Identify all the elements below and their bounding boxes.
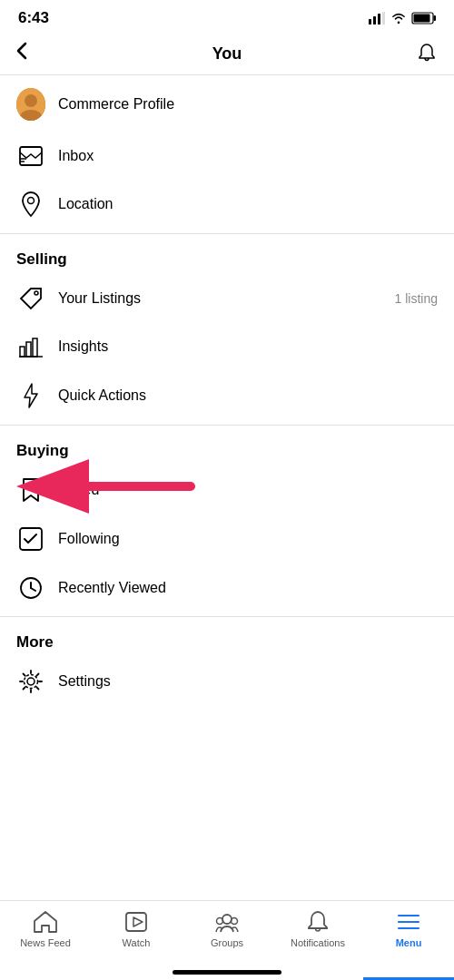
divider-2 (0, 425, 454, 426)
svg-point-11 (28, 198, 35, 204)
home-icon (34, 910, 57, 934)
buying-title: Buying (16, 442, 69, 459)
groups-icon (215, 910, 239, 934)
gear-icon (16, 670, 45, 693)
selling-menu-list: Your Listings 1 listing Insights (0, 274, 454, 421)
location-icon (16, 191, 45, 217)
svg-line-22 (31, 588, 35, 591)
home-indicator (173, 970, 281, 975)
nav-item-menu[interactable]: Menu (363, 908, 454, 948)
nav-item-news-feed[interactable]: News Feed (0, 908, 91, 948)
menu-content: Commerce Profile Inbox Loc (0, 75, 454, 706)
nav-label-groups: Groups (211, 937, 243, 948)
menu-item-saved[interactable]: Saved (0, 466, 454, 514)
status-bar: 6:43 (0, 0, 454, 33)
nav-label-watch: Watch (123, 937, 151, 948)
quick-actions-label: Quick Actions (58, 387, 438, 404)
nav-item-notifications[interactable]: Notifications (272, 908, 363, 948)
settings-label: Settings (58, 673, 438, 690)
bookmark-icon (16, 478, 45, 502)
status-icons (369, 12, 436, 24)
battery-icon (412, 12, 436, 24)
svg-rect-1 (373, 16, 376, 24)
your-listings-badge: 1 listing (395, 291, 438, 306)
following-label: Following (58, 531, 438, 547)
menu-icon (397, 910, 420, 934)
signal-icon (369, 12, 385, 24)
svg-marker-26 (133, 917, 143, 926)
divider-1 (0, 233, 454, 234)
your-listings-label: Your Listings (58, 290, 395, 307)
watch-icon (124, 910, 148, 934)
commerce-profile-label: Commerce Profile (58, 96, 438, 113)
insights-label: Insights (58, 338, 438, 355)
bolt-icon (16, 383, 45, 408)
svg-rect-3 (382, 12, 385, 24)
more-section-header: More (0, 621, 454, 657)
more-menu-list: Settings (0, 657, 454, 706)
svg-rect-13 (20, 347, 25, 357)
divider-3 (0, 616, 454, 617)
bell-nav-icon (306, 910, 330, 934)
chart-icon (16, 336, 45, 358)
buying-menu-list: Saved Following (0, 466, 454, 612)
following-icon (16, 527, 45, 551)
svg-rect-2 (378, 14, 380, 24)
avatar-icon (16, 88, 45, 121)
menu-item-location[interactable]: Location (0, 179, 454, 230)
nav-item-groups[interactable]: Groups (182, 908, 272, 948)
menu-item-insights[interactable]: Insights (0, 323, 454, 370)
menu-item-commerce-profile[interactable]: Commerce Profile (0, 75, 454, 133)
recently-viewed-label: Recently Viewed (58, 580, 438, 596)
notification-bell-button[interactable] (405, 43, 438, 64)
page-title: You (212, 44, 242, 64)
tag-icon (16, 287, 45, 310)
svg-point-24 (25, 675, 38, 689)
svg-rect-5 (434, 15, 437, 21)
saved-arrow-annotation (82, 473, 200, 500)
svg-rect-6 (414, 15, 430, 23)
bottom-nav: News Feed Watch Groups (0, 900, 454, 980)
back-button[interactable] (16, 42, 49, 65)
menu-item-settings[interactable]: Settings (0, 657, 454, 706)
menu-item-following[interactable]: Following (0, 514, 454, 564)
menu-item-your-listings[interactable]: Your Listings 1 listing (0, 274, 454, 323)
nav-item-watch[interactable]: Watch (91, 908, 182, 948)
nav-label-menu: Menu (396, 937, 422, 948)
svg-point-8 (25, 94, 37, 107)
svg-point-23 (27, 678, 35, 685)
menu-item-recently-viewed[interactable]: Recently Viewed (0, 564, 454, 612)
wifi-icon (390, 12, 407, 24)
clock-icon (16, 576, 45, 600)
more-title: More (16, 633, 54, 651)
selling-title: Selling (16, 250, 67, 268)
svg-rect-15 (33, 338, 37, 357)
header: You (0, 33, 454, 75)
status-time: 6:43 (18, 9, 49, 27)
svg-rect-14 (26, 342, 31, 357)
svg-point-12 (35, 291, 38, 295)
svg-rect-0 (369, 19, 371, 24)
location-label: Location (58, 196, 438, 212)
menu-item-quick-actions[interactable]: Quick Actions (0, 370, 454, 421)
menu-item-inbox[interactable]: Inbox (0, 133, 454, 179)
top-menu-list: Commerce Profile Inbox Loc (0, 75, 454, 230)
nav-label-news-feed: News Feed (20, 937, 71, 948)
svg-point-27 (222, 915, 232, 924)
buying-section-header: Buying (0, 429, 454, 466)
selling-section-header: Selling (0, 238, 454, 274)
nav-label-notifications: Notifications (291, 937, 345, 948)
inbox-icon (16, 146, 45, 166)
inbox-label: Inbox (58, 148, 438, 164)
